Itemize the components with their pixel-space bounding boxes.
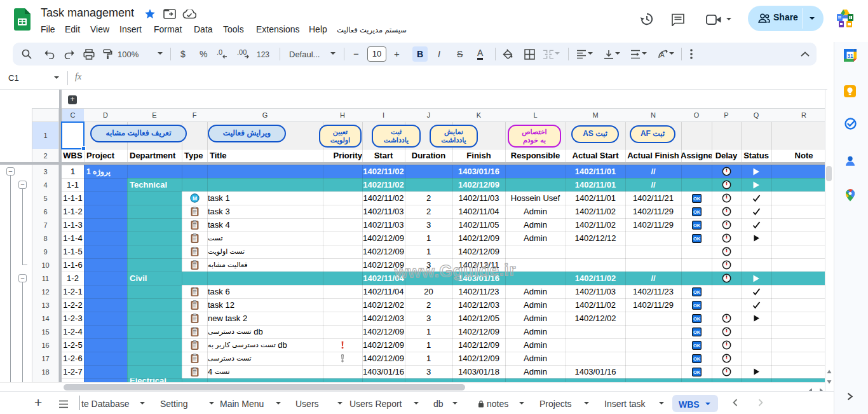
svg-text:M: M (192, 195, 196, 202)
svg-text:OK: OK (693, 196, 700, 202)
svg-text:OK: OK (693, 303, 700, 308)
svg-text:OK: OK (693, 369, 700, 375)
svg-text:.0: .0 (217, 49, 222, 56)
svg-text:31: 31 (847, 53, 853, 59)
svg-text:OK: OK (693, 329, 700, 335)
svg-text:OK: OK (693, 209, 700, 215)
svg-text:OK: OK (693, 356, 700, 362)
svg-text:OK: OK (693, 236, 700, 242)
svg-text:.00: .00 (237, 49, 247, 56)
svg-text:OK: OK (693, 223, 700, 228)
svg-text:A: A (660, 52, 665, 59)
svg-text:OK: OK (693, 316, 700, 322)
svg-text:OK: OK (693, 289, 700, 295)
svg-text:OK: OK (693, 343, 700, 348)
svg-text:2023: 2023 (844, 15, 848, 17)
